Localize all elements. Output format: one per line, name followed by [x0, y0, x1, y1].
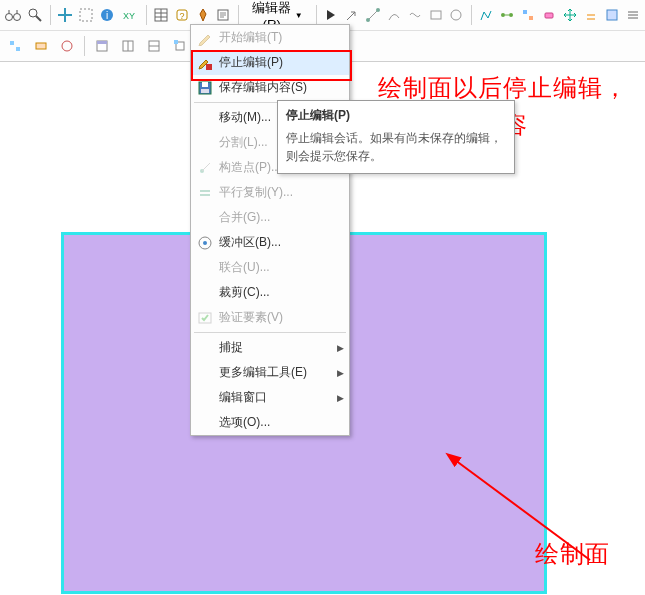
svg-point-22 — [509, 13, 513, 17]
menu-item-label: 选项(O)... — [219, 414, 337, 431]
menu-item-label: 更多编辑工具(E) — [219, 364, 337, 381]
annotation-arrow — [440, 445, 610, 575]
box-icon[interactable] — [603, 4, 620, 26]
menu-item-label: 停止编辑(P) — [219, 54, 337, 71]
tooltip-body: 停止编辑会话。如果有尚未保存的编辑，则会提示您保存。 — [286, 129, 506, 165]
topology-icon[interactable] — [520, 4, 537, 26]
tb2-b[interactable] — [30, 35, 52, 57]
binocular-icon[interactable] — [4, 4, 22, 26]
vertex-line-icon[interactable] — [364, 4, 381, 26]
svg-text:XY: XY — [123, 11, 135, 21]
blank — [191, 130, 219, 155]
menu-item-label: 缓冲区(B)... — [219, 234, 337, 251]
sequence-icon[interactable] — [499, 4, 516, 26]
blank — [191, 205, 219, 230]
menu-separator — [194, 332, 346, 333]
menu-item-merge: 合并(G)... — [191, 205, 349, 230]
arrow-icon[interactable] — [343, 4, 360, 26]
submenu-arrow-icon: ▶ — [337, 393, 349, 403]
parallel-icon — [191, 180, 219, 205]
separator — [316, 5, 317, 25]
menu-item-edit-win[interactable]: 编辑窗口▶ — [191, 385, 349, 410]
tb2-a[interactable] — [4, 35, 26, 57]
info-icon[interactable]: i — [99, 4, 116, 26]
svg-rect-40 — [206, 64, 212, 70]
submenu-arrow-icon: ▶ — [337, 368, 349, 378]
menu-item-label: 开始编辑(T) — [219, 29, 337, 46]
curve-icon[interactable] — [406, 4, 423, 26]
tb2-c[interactable] — [56, 35, 78, 57]
submenu-arrow-icon: ▶ — [337, 343, 349, 353]
more-icon[interactable] — [624, 4, 641, 26]
svg-point-21 — [501, 13, 505, 17]
menu-item-label: 验证要素(V) — [219, 309, 337, 326]
offset-icon[interactable] — [582, 4, 599, 26]
rubber-icon[interactable] — [540, 4, 557, 26]
tb2-e[interactable] — [117, 35, 139, 57]
svg-point-17 — [366, 18, 370, 22]
separator — [471, 5, 472, 25]
separator — [50, 5, 51, 25]
svg-point-31 — [62, 41, 72, 51]
pan-icon[interactable] — [57, 4, 74, 26]
menu-item-more-tools[interactable]: 更多编辑工具(E)▶ — [191, 360, 349, 385]
chevron-down-icon: ▼ — [295, 11, 303, 20]
polyline-icon[interactable] — [478, 4, 495, 26]
svg-point-20 — [451, 10, 461, 20]
marker-icon[interactable] — [194, 4, 211, 26]
svg-rect-26 — [545, 13, 553, 18]
menu-item-label: 编辑窗口 — [219, 389, 337, 406]
blank — [191, 335, 219, 360]
buffer-icon — [191, 230, 219, 255]
menu-item-clip[interactable]: 裁剪(C)... — [191, 280, 349, 305]
svg-text:i: i — [106, 10, 108, 21]
menu-item-label: 合并(G)... — [219, 209, 337, 226]
script-icon[interactable] — [215, 4, 232, 26]
svg-marker-16 — [327, 10, 335, 20]
svg-rect-4 — [80, 9, 92, 21]
svg-line-3 — [36, 16, 41, 21]
blank — [191, 385, 219, 410]
circle-icon[interactable] — [448, 4, 465, 26]
construct-pt-icon — [191, 155, 219, 180]
menu-item-buffer[interactable]: 缓冲区(B)... — [191, 230, 349, 255]
selection-icon[interactable] — [78, 4, 95, 26]
tb2-d[interactable] — [91, 35, 113, 57]
menu-item-stop-edit[interactable]: 停止编辑(P) — [191, 50, 349, 75]
tb2-g[interactable] — [169, 35, 191, 57]
move-icon[interactable] — [561, 4, 578, 26]
pencil-icon — [191, 25, 219, 50]
pencil-stop-icon — [191, 50, 219, 75]
menu-item-validate: 验证要素(V) — [191, 305, 349, 330]
svg-rect-24 — [523, 10, 527, 14]
arc-vertex-icon[interactable] — [385, 4, 402, 26]
tooltip: 停止编辑(P) 停止编辑会话。如果有尚未保存的编辑，则会提示您保存。 — [277, 100, 515, 174]
menu-item-snap[interactable]: 捕捉▶ — [191, 335, 349, 360]
editor-dropdown-button[interactable]: 编辑器(R)▼ — [245, 4, 310, 26]
separator — [146, 5, 147, 25]
blank — [191, 105, 219, 130]
tb2-f[interactable] — [143, 35, 165, 57]
arrow-start-icon[interactable] — [323, 4, 340, 26]
menu-item-label: 裁剪(C)... — [219, 284, 337, 301]
xy-coord-icon[interactable]: XY — [120, 4, 140, 26]
svg-point-47 — [203, 241, 207, 245]
help-icon[interactable]: ? — [173, 4, 190, 26]
menu-item-label: 捕捉 — [219, 339, 337, 356]
svg-point-18 — [376, 8, 380, 12]
svg-point-1 — [14, 14, 21, 21]
svg-rect-39 — [174, 40, 178, 44]
svg-point-2 — [29, 9, 37, 17]
svg-point-0 — [6, 14, 13, 21]
table-icon[interactable] — [152, 4, 169, 26]
svg-line-49 — [455, 460, 590, 560]
rect-icon[interactable] — [427, 4, 444, 26]
menu-item-save-edit[interactable]: 保存编辑内容(S) — [191, 75, 349, 100]
zoom-tool-icon[interactable] — [26, 4, 44, 26]
svg-line-45 — [202, 163, 210, 171]
menu-item-union: 联合(U)... — [191, 255, 349, 280]
menu-item-parallel: 平行复制(Y)... — [191, 180, 349, 205]
menu-item-options[interactable]: 选项(O)... — [191, 410, 349, 435]
svg-rect-27 — [607, 10, 617, 20]
svg-text:?: ? — [179, 11, 184, 21]
